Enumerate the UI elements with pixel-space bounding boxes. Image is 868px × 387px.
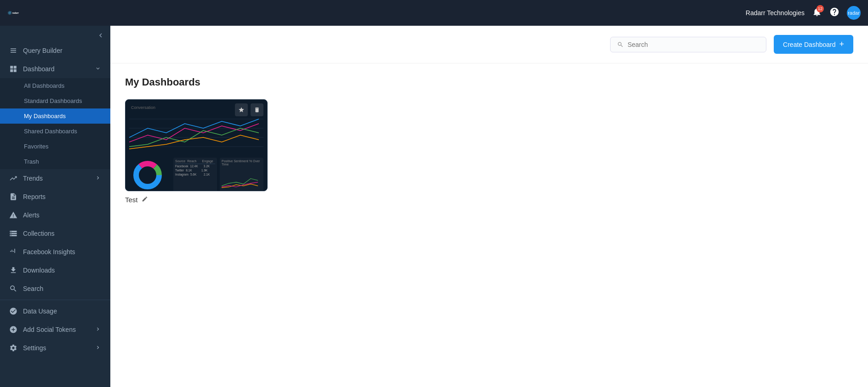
sidebar-label-trends: Trends (23, 175, 43, 182)
sidebar-item-alerts[interactable]: Alerts (0, 206, 110, 224)
main-header: Create Dashboard + (110, 26, 868, 63)
sidebar-label-dashboard: Dashboard (23, 65, 55, 73)
sidebar-collapse-button[interactable] (0, 26, 110, 41)
card-delete-button[interactable] (251, 103, 263, 116)
sidebar: Query Builder Dashboard All Dashboards S… (0, 0, 110, 387)
sidebar-item-shared-dashboards[interactable]: Shared Dashboards (0, 124, 110, 139)
search-icon (617, 41, 624, 48)
sidebar-item-data-usage[interactable]: Data Usage (0, 302, 110, 320)
settings-chevron (95, 344, 101, 352)
card-star-button[interactable] (235, 103, 248, 116)
sidebar-label-facebook-insights: Facebook Insights (23, 248, 75, 256)
sidebar-item-facebook-insights[interactable]: Facebook Insights (0, 243, 110, 261)
dashboard-submenu: All Dashboards Standard Dashboards My Da… (0, 78, 110, 169)
sidebar-item-search[interactable]: Search (0, 279, 110, 298)
sidebar-label-reports: Reports (23, 193, 46, 200)
top-nav: radarr Radarr Technologies 12 radar (0, 0, 868, 26)
nav-right: Radarr Technologies 12 radar (746, 6, 861, 20)
sidebar-item-trends[interactable]: Trends (0, 169, 110, 188)
sidebar-label-query-builder: Query Builder (23, 47, 63, 54)
sidebar-item-settings[interactable]: Settings (0, 339, 110, 357)
page-title: My Dashboards (125, 76, 853, 88)
create-dashboard-button[interactable]: Create Dashboard + (774, 35, 853, 54)
sidebar-item-all-dashboards[interactable]: All Dashboards (0, 78, 110, 93)
sidebar-label-add-social-tokens: Add Social Tokens (23, 326, 76, 333)
dashboard-grid: Conversation (125, 99, 853, 204)
card-name-text: Test (125, 196, 138, 204)
sidebar-item-favorites[interactable]: Favorites (0, 139, 110, 154)
company-name: Radarr Technologies (746, 9, 805, 17)
sidebar-label-search: Search (23, 285, 43, 292)
notifications-button[interactable]: 12 (812, 7, 822, 19)
search-box[interactable] (610, 37, 766, 52)
avatar[interactable]: radar (847, 6, 861, 20)
search-input[interactable] (628, 41, 760, 48)
trends-chevron (95, 175, 101, 182)
sidebar-item-collections[interactable]: Collections (0, 224, 110, 243)
sidebar-item-my-dashboards[interactable]: My Dashboards (0, 108, 110, 124)
dashboard-thumbnail: Conversation (125, 99, 268, 191)
logo[interactable]: radarr (7, 4, 26, 22)
card-actions (235, 103, 263, 116)
help-button[interactable] (829, 7, 839, 19)
sidebar-label-data-usage: Data Usage (23, 307, 57, 315)
dashboard-chevron (95, 65, 101, 73)
social-tokens-chevron (95, 326, 101, 334)
card-name-area: Test (125, 196, 268, 204)
sidebar-label-downloads: Downloads (23, 267, 55, 274)
dashboard-card-test[interactable]: Conversation (125, 99, 268, 204)
svg-point-2 (9, 12, 10, 13)
sidebar-item-add-social-tokens[interactable]: Add Social Tokens (0, 320, 110, 339)
sidebar-item-trash[interactable]: Trash (0, 154, 110, 169)
sidebar-label-collections: Collections (23, 230, 54, 237)
sidebar-item-reports[interactable]: Reports (0, 188, 110, 206)
sidebar-item-dashboard[interactable]: Dashboard (0, 60, 110, 78)
create-dashboard-plus-icon: + (839, 40, 844, 49)
notification-badge: 12 (817, 5, 824, 12)
svg-text:radarr: radarr (12, 11, 19, 14)
sidebar-item-downloads[interactable]: Downloads (0, 261, 110, 279)
sidebar-label-settings: Settings (23, 344, 46, 352)
sidebar-label-alerts: Alerts (23, 211, 40, 219)
sidebar-item-standard-dashboards[interactable]: Standard Dashboards (0, 93, 110, 108)
content-area: My Dashboards Conversation (110, 63, 868, 216)
main-content: Create Dashboard + My Dashboards Convers… (110, 0, 868, 387)
card-edit-button[interactable] (142, 196, 148, 204)
sidebar-item-query-builder[interactable]: Query Builder (0, 41, 110, 60)
